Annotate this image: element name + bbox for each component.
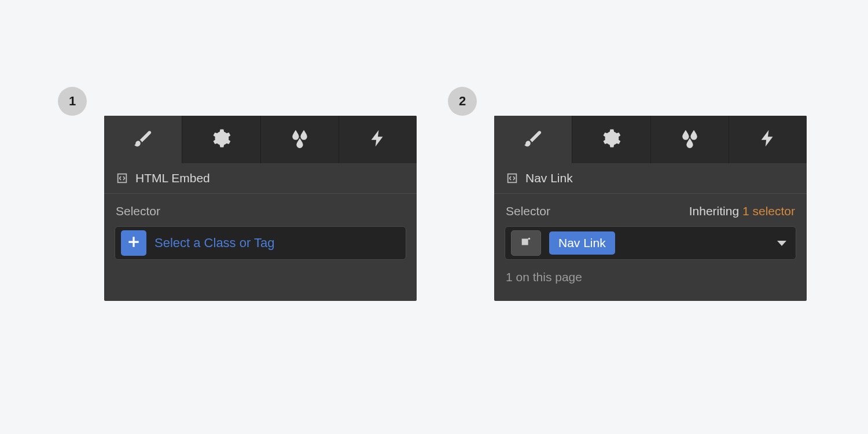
- droplets-icon: [680, 128, 700, 150]
- tab-style[interactable]: [104, 116, 182, 163]
- step-badge-1: 1: [58, 87, 87, 116]
- element-label: Nav Link: [525, 171, 573, 185]
- brush-icon: [133, 128, 153, 150]
- plus-icon: [126, 234, 141, 252]
- tab-effects[interactable]: [651, 116, 729, 163]
- element-label-row: HTML Embed: [104, 163, 417, 194]
- state-icon: [520, 236, 532, 251]
- tab-interactions[interactable]: [729, 116, 807, 163]
- selector-input[interactable]: Select a Class or Tag: [115, 226, 406, 260]
- tab-effects[interactable]: [261, 116, 339, 163]
- selector-label: Selector: [506, 204, 550, 218]
- embed-icon: [506, 172, 518, 185]
- tab-settings[interactable]: [572, 116, 650, 163]
- selector-input[interactable]: Nav Link: [505, 226, 796, 260]
- inheriting-count: 1 selector: [742, 204, 795, 218]
- style-panel-1: HTML Embed Selector Select a Class or Ta…: [104, 116, 417, 301]
- tab-style[interactable]: [494, 116, 572, 163]
- style-panel-2: Nav Link Selector Inheriting 1 selector …: [494, 116, 807, 301]
- add-class-button[interactable]: [121, 230, 146, 256]
- selector-header: Selector Inheriting 1 selector: [494, 194, 807, 226]
- gear-icon: [211, 128, 231, 150]
- droplets-icon: [290, 128, 310, 150]
- element-page-count: 1 on this page: [494, 270, 807, 295]
- gear-icon: [601, 128, 621, 150]
- selector-label: Selector: [116, 204, 160, 218]
- panel-tabs: [494, 116, 807, 163]
- state-selector-button[interactable]: [511, 230, 541, 256]
- embed-icon: [116, 172, 128, 185]
- inheriting-info[interactable]: Inheriting 1 selector: [689, 204, 795, 218]
- tab-interactions[interactable]: [339, 116, 417, 163]
- caret-down-icon[interactable]: [777, 241, 786, 246]
- tab-settings[interactable]: [182, 116, 260, 163]
- element-label: HTML Embed: [135, 171, 210, 185]
- bolt-icon: [368, 128, 388, 150]
- bolt-icon: [758, 128, 778, 150]
- selector-header: Selector: [104, 194, 417, 226]
- class-chip[interactable]: Nav Link: [549, 231, 615, 255]
- step-badge-2: 2: [448, 87, 477, 116]
- selector-placeholder: Select a Class or Tag: [155, 236, 274, 251]
- panel-tabs: [104, 116, 417, 163]
- element-label-row: Nav Link: [494, 163, 807, 194]
- inheriting-label: Inheriting: [689, 204, 739, 218]
- brush-icon: [523, 128, 543, 150]
